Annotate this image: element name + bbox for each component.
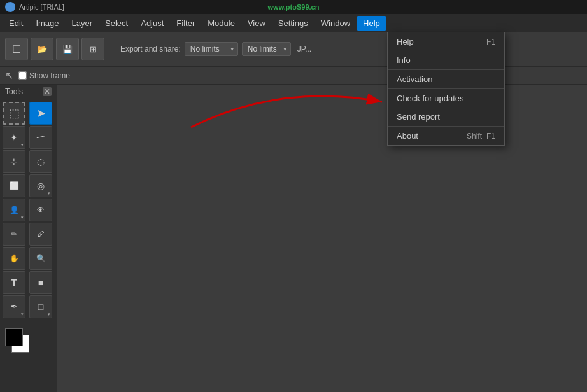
menu-item-edit[interactable]: Edit (3, 16, 29, 31)
size-limit-wrapper: No limits 800×600 1024×768 (185, 42, 238, 56)
help-section-4: About Shift+F1 (388, 127, 504, 145)
tool-eyedropper[interactable]: ⁄ (29, 126, 52, 149)
tool-select[interactable]: ⬚ (3, 102, 25, 125)
menu-bar: Edit Image Layer Select Adjust Filter Mo… (0, 14, 587, 32)
new-button[interactable]: ☐ (5, 38, 28, 60)
help-section-2: Activation (388, 70, 504, 89)
open-icon: 📂 (37, 45, 47, 54)
foreground-color[interactable] (5, 328, 23, 346)
rect-icon: ■ (38, 277, 43, 288)
menu-item-module[interactable]: Module (201, 16, 241, 31)
tool-eraser[interactable]: ⬜ (3, 174, 25, 197)
tool-drop[interactable]: ◌ (29, 150, 52, 173)
format-label: JP... (297, 45, 311, 53)
tool-text[interactable]: T (3, 271, 25, 294)
crop-icon: ⊹ (10, 157, 18, 167)
hand-icon: ✋ (10, 254, 19, 263)
title-bar: Artipic [TRIAL] www.ptoS99.cn (0, 0, 587, 14)
transform-button[interactable]: ⊞ (81, 38, 104, 60)
tool-arrow[interactable]: ➤ (29, 102, 52, 125)
tools-grid: ⬚ ➤ ✦ ▾ ⁄ ⊹ ◌ ⬜ ◎ (0, 99, 57, 321)
tool-burn[interactable]: ◎ ▾ (29, 174, 52, 197)
tools-header: Tools ✕ (0, 85, 57, 99)
transform-icon: ⊞ (90, 45, 97, 54)
app-title: Artipic [TRIAL] (19, 3, 64, 11)
eye-icon: 👁 (37, 206, 45, 214)
tool-brush[interactable]: ✒ ▾ (3, 295, 25, 318)
help-item-activation[interactable]: Activation (388, 70, 504, 88)
save-button[interactable]: 💾 (56, 38, 79, 60)
eyedropper-icon: ⁄ (36, 133, 46, 143)
watermark: www.ptoS99.cn (268, 3, 320, 11)
help-section-3: Check for updates Send report (388, 89, 504, 127)
menu-item-filter[interactable]: Filter (170, 16, 201, 31)
save-icon: 💾 (62, 45, 73, 54)
quality-limit-select[interactable]: No limits High Medium (242, 42, 291, 56)
help-item-help[interactable]: Help F1 (388, 32, 504, 51)
tool-rect[interactable]: ■ (29, 271, 52, 294)
tool-eye[interactable]: 👁 (29, 199, 52, 221)
brush-icon: ✒ (11, 302, 17, 311)
new-icon: ☐ (12, 43, 21, 55)
shape-icon: □ (38, 302, 43, 312)
tool-shape[interactable]: □ ▾ (29, 295, 52, 318)
help-section-1: Help F1 Info (388, 32, 504, 70)
menu-item-adjust[interactable]: Adjust (134, 16, 170, 31)
eraser-icon: ⬜ (10, 181, 19, 190)
burn-icon: ◎ (37, 181, 45, 191)
smudge-icon: 👤 (10, 206, 19, 214)
tool-smudge[interactable]: 👤 ▾ (3, 199, 25, 221)
tool-hand[interactable]: ✋ (3, 247, 25, 270)
arrow-icon: ➤ (36, 106, 46, 120)
tool-color-pick[interactable]: 🖊 (29, 223, 52, 246)
help-dropdown-menu: Help F1 Info Activation Check for update… (387, 32, 505, 146)
menu-item-settings[interactable]: Settings (272, 16, 315, 31)
size-limit-select[interactable]: No limits 800×600 1024×768 (185, 42, 238, 56)
menu-item-help[interactable]: Help (357, 16, 386, 31)
toolbar-separator (110, 39, 110, 59)
export-label: Export and share: (120, 45, 181, 53)
quality-limit-wrapper: No limits High Medium (242, 42, 291, 56)
zoom-icon: 🔍 (36, 254, 46, 263)
app-logo (5, 2, 15, 12)
select-icon: ⬚ (9, 106, 20, 120)
menu-item-view[interactable]: View (241, 16, 272, 31)
help-item-check-updates[interactable]: Check for updates (388, 89, 504, 108)
tools-close-button[interactable]: ✕ (43, 87, 52, 96)
text-icon: T (11, 277, 17, 288)
tool-crop[interactable]: ⊹ (3, 150, 25, 173)
open-button[interactable]: 📂 (31, 38, 53, 60)
show-frame-checkbox[interactable] (18, 71, 27, 80)
help-item-about[interactable]: About Shift+F1 (388, 127, 504, 145)
tool-magic-wand[interactable]: ✦ ▾ (3, 126, 25, 149)
tool-pencil[interactable]: ✏ (3, 223, 25, 246)
drop-icon: ◌ (37, 157, 45, 167)
tools-panel: Tools ✕ ⬚ ➤ ✦ ▾ ⁄ ⊹ (0, 85, 57, 392)
tools-title: Tools (5, 87, 23, 96)
select-arrow-icon: ↖ (5, 69, 13, 81)
help-item-info[interactable]: Info (388, 51, 504, 69)
help-item-send-report[interactable]: Send report (388, 108, 504, 126)
menu-item-image[interactable]: Image (29, 16, 65, 31)
export-section: Export and share: No limits 800×600 1024… (120, 42, 311, 56)
magic-wand-icon: ✦ (10, 132, 18, 143)
canvas-area (57, 85, 587, 392)
menu-item-select[interactable]: Select (99, 16, 134, 31)
tool-zoom[interactable]: 🔍 (29, 247, 52, 270)
color-swatches (0, 323, 57, 359)
close-icon: ✕ (44, 87, 50, 96)
color-pick-icon: 🖊 (37, 230, 45, 239)
pencil-icon: ✏ (11, 230, 17, 239)
show-frame-label[interactable]: Show frame (18, 71, 70, 80)
menu-item-layer[interactable]: Layer (66, 16, 99, 31)
menu-item-window[interactable]: Window (315, 16, 357, 31)
